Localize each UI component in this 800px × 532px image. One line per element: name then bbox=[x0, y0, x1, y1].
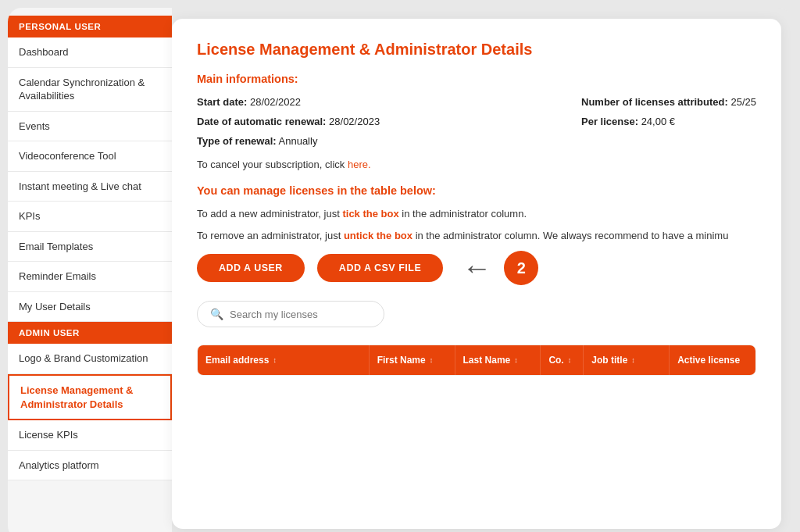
arrow-left-icon: ← bbox=[462, 253, 491, 283]
remove-admin-suffix-text: in the administrator column. We always r… bbox=[416, 230, 729, 241]
per-license-label: Per license: bbox=[581, 116, 638, 127]
th-jobtitle[interactable]: Job title ↕ bbox=[584, 345, 670, 375]
sidebar-item-license-management[interactable]: License Management & Administrator Detai… bbox=[8, 374, 172, 420]
sidebar-item-calendar[interactable]: Calendar Synchronization & Availabilitie… bbox=[8, 68, 172, 112]
th-co-label: Co. bbox=[548, 355, 563, 366]
search-input[interactable] bbox=[230, 309, 371, 320]
renewal-date-label: Date of automatic renewal: bbox=[197, 116, 326, 127]
th-email-label: Email address bbox=[205, 355, 269, 366]
page-title: License Management & Administrator Detai… bbox=[197, 41, 756, 59]
actions-row: ADD A USER ADD A CSV FILE ← 2 bbox=[197, 251, 756, 285]
app-container: PERSONAL USER Dashboard Calendar Synchro… bbox=[8, 8, 792, 532]
cancel-link[interactable]: here. bbox=[348, 159, 371, 170]
renewal-date-val: 28/02/2023 bbox=[329, 116, 380, 127]
sidebar-item-kpis[interactable]: KPIs bbox=[8, 202, 172, 232]
th-firstname-label: First Name bbox=[377, 355, 426, 366]
add-admin-text: To add a new administrator, just tick th… bbox=[197, 206, 756, 222]
th-co[interactable]: Co. ↕ bbox=[541, 345, 584, 375]
search-box: 🔍 bbox=[197, 301, 384, 327]
add-user-button[interactable]: ADD A USER bbox=[197, 254, 305, 282]
th-active-license-label: Active license bbox=[677, 355, 740, 366]
start-date-row: Start date: 28/02/2022 bbox=[197, 95, 380, 111]
sort-lastname-icon[interactable]: ↕ bbox=[514, 356, 518, 364]
sidebar-item-my-user-details[interactable]: My User Details bbox=[8, 292, 172, 323]
info-right: Number of licenses attributed: 25/25 Per… bbox=[581, 95, 756, 149]
sidebar-item-email-templates[interactable]: Email Templates bbox=[8, 232, 172, 262]
start-date-val: 28/02/2022 bbox=[250, 96, 301, 108]
tick-box-link[interactable]: tick the box bbox=[342, 208, 398, 220]
renewal-type-label: Type of renewal: bbox=[197, 135, 277, 147]
add-admin-suffix-text: in the administrator column. bbox=[402, 208, 527, 220]
sidebar: PERSONAL USER Dashboard Calendar Synchro… bbox=[8, 8, 172, 532]
licenses-attributed-row: Number of licenses attributed: 25/25 bbox=[581, 95, 756, 111]
sidebar-item-logo-brand[interactable]: Logo & Brand Customization bbox=[8, 344, 172, 374]
sidebar-item-license-kpis[interactable]: License KPIs bbox=[8, 420, 172, 451]
th-lastname[interactable]: Last Name ↕ bbox=[455, 345, 541, 375]
sidebar-item-reminder-emails[interactable]: Reminder Emails bbox=[8, 262, 172, 292]
sort-email-icon[interactable]: ↕ bbox=[273, 356, 277, 364]
sidebar-item-analytics[interactable]: Analytics platform bbox=[8, 451, 172, 481]
licenses-val: 25/25 bbox=[730, 96, 756, 108]
sidebar-item-videoconference[interactable]: Videoconference Tool bbox=[8, 141, 172, 172]
info-section: Start date: 28/02/2022 Date of automatic… bbox=[197, 95, 756, 149]
licenses-label: Number of licenses attributed: bbox=[581, 96, 728, 108]
th-lastname-label: Last Name bbox=[463, 355, 511, 366]
th-jobtitle-label: Job title bbox=[591, 355, 627, 366]
th-firstname[interactable]: First Name ↕ bbox=[370, 345, 455, 375]
search-icon: 🔍 bbox=[210, 308, 223, 320]
per-license-row: Per license: 24,00 € bbox=[581, 114, 756, 130]
renewal-type-val: Annually bbox=[279, 135, 318, 147]
cancel-text: To cancel your subscription, click here. bbox=[197, 159, 756, 170]
personal-user-header: PERSONAL USER bbox=[8, 16, 172, 37]
table-header: Email address ↕ First Name ↕ Last Name ↕… bbox=[198, 345, 755, 375]
section2-subtitle: You can manage licenses in the table bel… bbox=[197, 184, 756, 197]
sort-co-icon[interactable]: ↕ bbox=[568, 356, 572, 364]
search-row: 🔍 bbox=[197, 301, 756, 327]
cancel-prefix: To cancel your subscription, click bbox=[197, 159, 345, 170]
renewal-date-row: Date of automatic renewal: 28/02/2023 bbox=[197, 114, 380, 130]
licenses-table: Email address ↕ First Name ↕ Last Name ↕… bbox=[197, 345, 756, 376]
remove-admin-prefix: To remove an administrator, just bbox=[197, 230, 341, 241]
per-license-val: 24,00 € bbox=[641, 116, 675, 127]
th-active-license: Active license bbox=[670, 345, 755, 375]
start-date-label: Start date: bbox=[197, 96, 247, 108]
sidebar-item-events[interactable]: Events bbox=[8, 112, 172, 142]
untick-box-link[interactable]: untick the box bbox=[344, 230, 412, 241]
sort-firstname-icon[interactable]: ↕ bbox=[430, 356, 434, 364]
th-email[interactable]: Email address ↕ bbox=[198, 345, 370, 375]
add-csv-button[interactable]: ADD A CSV FILE bbox=[317, 254, 443, 282]
main-content: License Management & Administrator Detai… bbox=[172, 19, 781, 529]
add-admin-prefix: To add a new administrator, just bbox=[197, 208, 340, 220]
badge-number: 2 bbox=[504, 251, 538, 285]
sort-jobtitle-icon[interactable]: ↕ bbox=[631, 356, 635, 364]
remove-admin-text: To remove an administrator, just untick … bbox=[197, 228, 756, 244]
info-left: Start date: 28/02/2022 Date of automatic… bbox=[197, 95, 380, 149]
admin-user-header: ADMIN USER bbox=[8, 322, 172, 344]
sidebar-item-instant-meeting[interactable]: Instant meeting & Live chat bbox=[8, 172, 172, 202]
sidebar-item-dashboard[interactable]: Dashboard bbox=[8, 37, 172, 68]
section1-subtitle: Main informations: bbox=[197, 73, 756, 85]
renewal-type-row: Type of renewal: Annually bbox=[197, 134, 380, 150]
